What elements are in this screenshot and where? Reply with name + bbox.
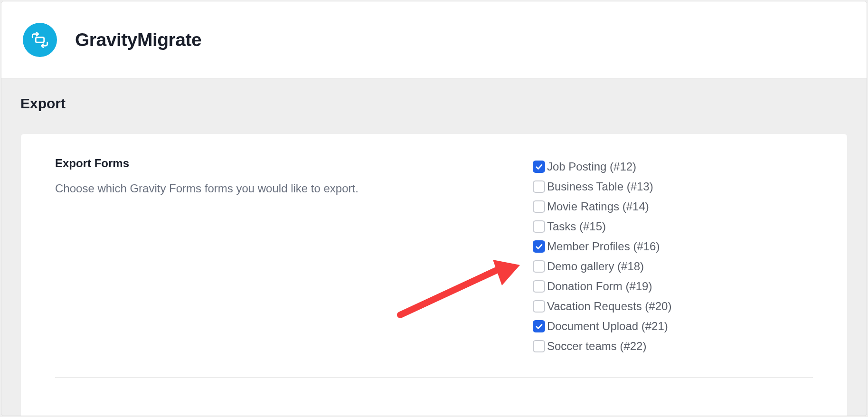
form-row: Member Profiles (#16) (533, 238, 813, 255)
export-card: Export Forms Choose which Gravity Forms … (20, 133, 848, 416)
form-checkbox[interactable] (533, 220, 545, 233)
form-label[interactable]: Document Upload (#21) (547, 320, 668, 333)
form-row: Movie Ratings (#14) (533, 199, 813, 215)
section-title: Export Forms (55, 157, 514, 170)
form-label[interactable]: Tasks (#15) (547, 220, 606, 233)
form-label[interactable]: Donation Form (#19) (547, 280, 652, 293)
form-checkbox[interactable] (533, 200, 545, 213)
forms-list: Job Posting (#12)Business Table (#13)Mov… (533, 157, 813, 358)
app-window: GravityMigrate Export Export Forms Choos… (1, 1, 867, 416)
form-checkbox[interactable] (533, 240, 545, 253)
form-label[interactable]: Movie Ratings (#14) (547, 200, 649, 213)
form-row: Donation Form (#19) (533, 278, 813, 294)
app-logo-icon (23, 23, 57, 57)
form-checkbox[interactable] (533, 280, 545, 293)
app-title: GravityMigrate (75, 29, 201, 50)
form-row: Job Posting (#12) (533, 159, 813, 175)
export-forms-section: Export Forms Choose which Gravity Forms … (55, 157, 813, 378)
page: Export Export Forms Choose which Gravity… (1, 78, 867, 416)
form-label[interactable]: Job Posting (#12) (547, 160, 636, 173)
form-checkbox[interactable] (533, 161, 545, 173)
form-checkbox[interactable] (533, 340, 545, 352)
svg-rect-0 (36, 37, 44, 42)
form-checkbox[interactable] (533, 260, 545, 273)
forms-scroll-area[interactable]: Job Posting (#12)Business Table (#13)Mov… (533, 159, 813, 358)
form-checkbox[interactable] (533, 320, 545, 332)
logo-wrap: GravityMigrate (23, 23, 201, 57)
form-row: Vacation Requests (#20) (533, 298, 813, 314)
section-description: Choose which Gravity Forms forms you wou… (55, 180, 514, 197)
form-row: Document Upload (#21) (533, 318, 813, 334)
form-row: Demo gallery (#18) (533, 258, 813, 275)
form-checkbox[interactable] (533, 300, 545, 313)
form-label[interactable]: Business Table (#13) (547, 180, 653, 193)
form-label[interactable]: Member Profiles (#16) (547, 240, 660, 253)
form-row: Soccer teams (#22) (533, 338, 813, 354)
form-label[interactable]: Soccer teams (#22) (547, 340, 646, 353)
form-label[interactable]: Demo gallery (#18) (547, 260, 644, 273)
page-title: Export (20, 95, 848, 112)
form-checkbox[interactable] (533, 180, 545, 193)
form-row: Business Table (#13) (533, 179, 813, 195)
form-label[interactable]: Vacation Requests (#20) (547, 300, 671, 313)
topbar: GravityMigrate (1, 1, 867, 78)
form-row: Tasks (#15) (533, 218, 813, 235)
section-left: Export Forms Choose which Gravity Forms … (55, 157, 514, 358)
